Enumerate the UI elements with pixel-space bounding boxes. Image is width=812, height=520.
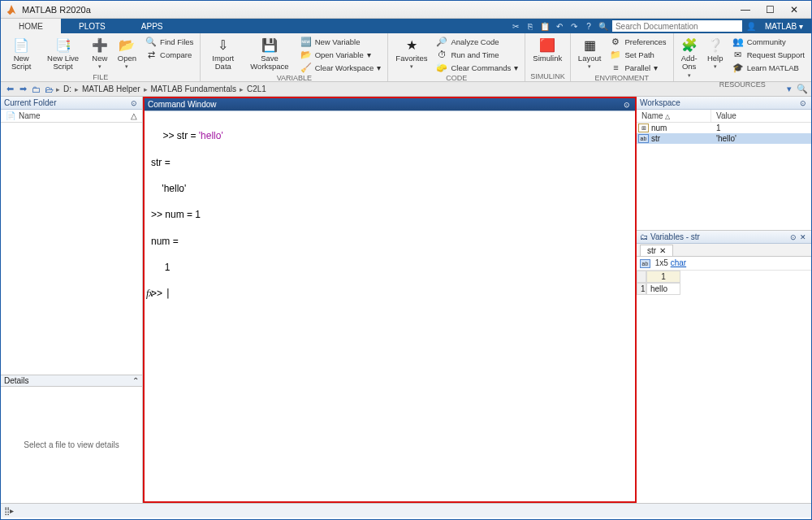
open-variable-button[interactable]: 📂Open Variable ▾ xyxy=(299,48,383,61)
user-menu[interactable]: MATLAB ▾ xyxy=(760,22,808,31)
command-window-menu-icon[interactable]: ⊙ xyxy=(622,100,632,110)
variables-menu-icon[interactable]: ⊙ xyxy=(788,232,798,242)
nav-up-icon[interactable]: 🗀 xyxy=(30,84,41,95)
learn-matlab-button[interactable]: 🎓Learn MATLAB xyxy=(731,61,806,74)
grid-col-1[interactable]: 1 xyxy=(646,271,680,283)
simulink-button[interactable]: 🟥Simulink xyxy=(530,35,564,64)
tab-apps[interactable]: APPS xyxy=(123,19,181,33)
char-icon: ab xyxy=(640,259,650,268)
analyze-code-button[interactable]: 🔎Analyze Code xyxy=(434,35,520,48)
breadcrumb-1[interactable]: MATLAB Helper xyxy=(80,84,142,93)
preferences-button[interactable]: ⚙Preferences xyxy=(608,35,667,48)
parallel-button[interactable]: ≡Parallel ▾ xyxy=(608,61,667,74)
new-live-script-button[interactable]: 📑New Live Script xyxy=(41,35,84,73)
variable-dims: 1x5 xyxy=(655,258,668,267)
nav-browse-icon[interactable]: 🗁 xyxy=(43,84,54,95)
variable-type-link[interactable]: char xyxy=(671,258,686,267)
help-icon[interactable]: ? xyxy=(583,20,594,32)
new-variable-button[interactable]: 🆕New Variable xyxy=(299,35,383,48)
current-folder-menu-icon[interactable]: ⊙ xyxy=(129,98,139,108)
double-icon: ⊞ xyxy=(638,124,649,132)
breadcrumb-3[interactable]: C2L1 xyxy=(245,84,268,93)
group-code-label: CODE xyxy=(393,74,520,83)
request-support-button[interactable]: ✉Request Support xyxy=(731,48,806,61)
workspace-menu-icon[interactable]: ⊙ xyxy=(798,98,808,108)
redo-icon[interactable]: ↷ xyxy=(568,20,580,32)
group-simulink-label: SIMULINK xyxy=(530,72,565,81)
undo-icon[interactable]: ↶ xyxy=(554,20,565,32)
char-icon: ab xyxy=(638,134,649,143)
search-icon[interactable]: 🔍 xyxy=(598,20,609,32)
clear-commands-button[interactable]: 🧽Clear Commands ▾ xyxy=(434,61,520,74)
paste-icon[interactable]: 📋 xyxy=(539,20,551,32)
help-button[interactable]: ❔Help▾ xyxy=(705,35,726,72)
workspace-row-num[interactable]: ⊞num 1 xyxy=(637,123,811,133)
command-window-body[interactable]: >> str = 'hello' str = 'hello' >> num = … xyxy=(145,111,635,501)
addons-button[interactable]: 🧩Add-Ons▾ xyxy=(679,35,700,80)
login-icon[interactable]: 👤 xyxy=(745,20,757,32)
find-files-button[interactable]: 🔍Find Files xyxy=(144,35,195,48)
community-button[interactable]: 👥Community xyxy=(731,35,806,48)
current-folder-name-column[interactable]: 📄 Name△ xyxy=(1,110,142,123)
open-button[interactable]: 📂Open▾ xyxy=(115,35,139,72)
maximize-button[interactable]: ☐ xyxy=(758,2,782,18)
compare-button[interactable]: ⇄Compare xyxy=(144,48,195,61)
variables-title: Variables - str xyxy=(650,232,700,241)
variable-tab-str[interactable]: str✕ xyxy=(640,245,673,256)
grid-cell-1-1[interactable]: hello xyxy=(646,283,680,295)
window-title: MATLAB R2020a xyxy=(22,5,91,15)
status-grip-icon: ⣿▸ xyxy=(4,506,14,515)
grid-row-1[interactable]: 1 xyxy=(637,283,646,295)
clear-workspace-button[interactable]: 🧹Clear Workspace ▾ xyxy=(299,61,383,74)
workspace-col-name[interactable]: Name △ xyxy=(637,110,711,122)
workspace-col-value[interactable]: Value xyxy=(711,110,741,122)
close-button[interactable]: ✕ xyxy=(782,2,806,18)
search-input[interactable] xyxy=(612,20,742,32)
current-folder-title: Current Folder xyxy=(4,98,56,107)
breadcrumb-drive[interactable]: D: xyxy=(62,84,73,93)
layout-button[interactable]: ▦Layout▾ xyxy=(576,35,604,72)
minimize-button[interactable]: — xyxy=(733,2,758,18)
tab-close-icon[interactable]: ✕ xyxy=(659,246,666,255)
details-empty-text: Select a file to view details xyxy=(1,387,142,503)
run-and-time-button[interactable]: ⏱Run and Time xyxy=(434,48,520,61)
matlab-logo-icon xyxy=(6,4,17,15)
nav-forward-button[interactable]: ➡ xyxy=(17,84,28,95)
save-workspace-button[interactable]: 💾Save Workspace xyxy=(245,35,293,73)
copy-icon[interactable]: ⎘ xyxy=(525,20,536,32)
fx-icon[interactable]: fx xyxy=(146,287,153,300)
tab-home[interactable]: HOME xyxy=(1,19,61,33)
command-window-title: Command Window xyxy=(148,100,216,109)
new-script-button[interactable]: 📄New Script xyxy=(6,35,37,73)
import-data-button[interactable]: ⇩Import Data xyxy=(205,35,240,73)
grid-corner xyxy=(637,271,646,283)
tab-plots[interactable]: PLOTS xyxy=(61,19,123,33)
nav-back-button[interactable]: ⬅ xyxy=(4,84,15,95)
set-path-button[interactable]: 📁Set Path xyxy=(608,48,667,61)
group-variable-label: VARIABLE xyxy=(205,74,382,83)
details-title: Details xyxy=(4,376,29,385)
workspace-row-str[interactable]: abstr 'hello' xyxy=(637,133,811,144)
favorites-button[interactable]: ★Favorites▾ xyxy=(393,35,430,72)
new-button[interactable]: ➕New▾ xyxy=(89,35,110,72)
workspace-title: Workspace xyxy=(640,98,680,107)
breadcrumb-2[interactable]: MATLAB Fundamentals xyxy=(149,84,238,93)
cut-icon[interactable]: ✂ xyxy=(510,20,521,32)
group-resources-label: RESOURCES xyxy=(679,80,806,89)
variables-close-icon[interactable]: ✕ xyxy=(798,232,808,242)
group-file-label: FILE xyxy=(6,73,195,82)
variables-icon: 🗂 xyxy=(640,232,648,241)
group-environment-label: ENVIRONMENT xyxy=(576,74,668,83)
